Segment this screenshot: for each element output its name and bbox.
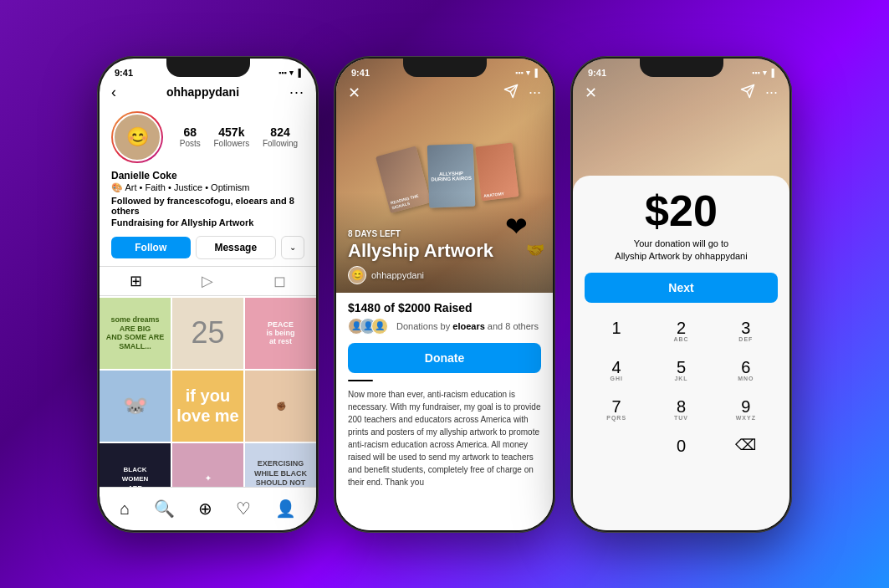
author-name: ohhappydani: [371, 270, 424, 280]
close-button-3[interactable]: ✕: [585, 84, 597, 102]
bio-followed: Followed by francescofogu, eloears and 8…: [111, 196, 304, 216]
grid-item-6[interactable]: ✊🏾: [245, 371, 316, 442]
stat-followers: 457k Followers: [213, 125, 249, 148]
activity-nav-icon[interactable]: ♡: [236, 499, 251, 519]
grid-item-2[interactable]: 25: [172, 298, 243, 369]
followers-count: 457k: [213, 125, 249, 139]
wifi-icon-3: ▾: [763, 69, 767, 77]
donor-avatars: 👤 👤 👤: [348, 318, 383, 335]
subtitle-prefix: Your donation will go to: [634, 238, 728, 248]
create-nav-icon[interactable]: ⊕: [198, 499, 212, 519]
next-button[interactable]: Next: [585, 273, 778, 303]
signal-icon-2: ▪▪▪: [515, 69, 524, 77]
dropdown-button[interactable]: ⌄: [281, 236, 304, 259]
payment-subtitle: Your donation will go to Allyship Artwor…: [585, 238, 778, 263]
following-count: 824: [263, 125, 298, 139]
profile-nav-icon[interactable]: 👤: [275, 499, 296, 519]
bio-fundraising: Fundraising for Allyship Artwork: [111, 217, 304, 228]
hero-content: 8 DAYS LEFT Allyship Artwork 😊 ohhappyda…: [348, 229, 541, 284]
wifi-icon-2: ▾: [526, 69, 530, 77]
subtitle-campaign: Allyship Artwork by ohhappydani: [615, 251, 747, 261]
numpad-key-6[interactable]: 6 MNO: [714, 350, 778, 389]
profile-bio: Danielle Coke 🎨 Art • Faith • Justice • …: [100, 170, 316, 233]
profile-header: 😊 68 Posts 457k Followers 824 Following: [100, 106, 316, 170]
photo-grid: some dreamsARE BIGAND SOME ARESMALL... 2…: [100, 298, 316, 514]
raised-amount: $1480 of $2000 Raised: [348, 301, 541, 314]
followed-prefix: Followed by: [111, 196, 167, 206]
phone-profile: 9:41 ▪▪▪ ▾ ▐ ‹ ohhappydani ··· 😊 68 Post…: [97, 56, 319, 533]
bio-desc-text: Art • Faith • Justice • Optimism: [125, 182, 249, 192]
donors-row: 👤 👤 👤 Donations by eloears and 8 others: [348, 318, 541, 335]
divider: [348, 380, 373, 381]
profile-actions: Follow Message ⌄: [100, 233, 316, 266]
numpad-key-9[interactable]: 9 WXYZ: [714, 390, 778, 428]
close-button-2[interactable]: ✕: [348, 84, 360, 102]
status-time-1: 9:41: [115, 68, 133, 78]
numpad-key-delete[interactable]: ⌫: [714, 429, 778, 468]
fundraising-prefix: Fundraising for: [111, 217, 181, 228]
wifi-icon: ▾: [289, 69, 294, 77]
bio-name: Danielle Coke: [111, 170, 304, 182]
tab-grid[interactable]: ⊞: [130, 272, 142, 290]
grid-item-1[interactable]: some dreamsARE BIGAND SOME ARESMALL...: [100, 298, 171, 369]
status-time-2: 9:41: [351, 68, 370, 78]
days-left: 8 DAYS LEFT: [348, 229, 541, 238]
numpad-key-2[interactable]: 2 ABC: [649, 311, 713, 350]
profile-nav: ‹ ohhappydani ···: [100, 82, 316, 106]
numpad: 1 2 ABC 3 DEF 4 GHI 5 JKL: [585, 311, 778, 468]
numpad-key-7[interactable]: 7 PQRS: [585, 390, 648, 428]
numpad-key-4[interactable]: 4 GHI: [585, 350, 648, 389]
posts-count: 68: [180, 125, 201, 139]
stat-following: 824 Following: [263, 125, 298, 148]
phone-fundraiser: 9:41 ▪▪▪ ▾ ▐ READING THE SIGNALS ALLYSHI…: [334, 56, 555, 533]
status-time-3: 9:41: [588, 68, 606, 78]
following-label: Following: [263, 139, 298, 148]
numpad-key-3[interactable]: 3 DEF: [714, 311, 778, 350]
home-nav-icon[interactable]: ⌂: [120, 499, 130, 519]
donor-avatar-3: 👤: [371, 318, 388, 335]
follow-button[interactable]: Follow: [111, 237, 191, 258]
back-button[interactable]: ‹: [111, 84, 116, 101]
status-icons-1: ▪▪▪ ▾ ▐: [278, 69, 301, 77]
donate-button[interactable]: Donate: [348, 343, 541, 373]
fundraising-campaign: Allyship Artwork: [181, 217, 253, 228]
battery-icon-3: ▐: [769, 69, 774, 77]
profile-avatar: 😊: [113, 113, 161, 161]
share-icon-3[interactable]: [740, 84, 755, 103]
signal-icon: ▪▪▪: [278, 69, 287, 77]
tab-tagged[interactable]: ◻: [273, 272, 286, 290]
numpad-key-empty: [585, 429, 648, 468]
phone-payment: 9:41 ▪▪▪ ▾ ▐ ✕ ··· $20 Your d: [570, 56, 792, 533]
avatar-ring: 😊: [111, 111, 163, 163]
profile-stats: 68 Posts 457k Followers 824 Following: [173, 125, 304, 148]
numpad-key-8[interactable]: 8 TUV: [649, 390, 713, 428]
stat-posts: 68 Posts: [180, 125, 201, 148]
grid-item-4[interactable]: 🐭: [100, 371, 171, 442]
numpad-key-1[interactable]: 1: [585, 311, 648, 350]
donors-text: Donations by eloears and 8 others: [396, 321, 539, 331]
tab-video[interactable]: ▷: [202, 272, 213, 290]
share-icon-2[interactable]: [503, 84, 519, 103]
more-options-button[interactable]: ···: [289, 84, 304, 101]
payment-card: $20 Your donation will go to Allyship Ar…: [573, 176, 789, 530]
author-avatar: 😊: [348, 266, 366, 284]
numpad-key-0[interactable]: 0: [649, 429, 713, 468]
status-icons-3: ▪▪▪ ▾ ▐: [752, 69, 774, 77]
more-icon-2[interactable]: ···: [529, 84, 541, 103]
message-button[interactable]: Message: [196, 236, 277, 259]
numpad-key-5[interactable]: 5 JKL: [649, 350, 713, 389]
fundraiser-body: $1480 of $2000 Raised 👤 👤 👤 Donations by…: [336, 293, 553, 530]
payment-amount: $20: [585, 189, 778, 233]
bio-emoji: 🎨: [111, 182, 123, 192]
search-nav-icon[interactable]: 🔍: [154, 499, 175, 519]
grid-item-5[interactable]: if youlove me: [172, 371, 243, 442]
followed-names: francescofogu, eloears: [167, 196, 268, 206]
campaign-title: Allyship Artwork: [348, 240, 541, 262]
fundraiser-hero: READING THE SIGNALS ALLYSHIP DURING KAIR…: [336, 59, 553, 293]
posts-label: Posts: [180, 139, 201, 148]
bottom-nav: ⌂ 🔍 ⊕ ♡ 👤: [100, 487, 316, 530]
more-icon-3[interactable]: ···: [765, 84, 778, 103]
grid-item-3[interactable]: PEACEis beingat rest: [245, 298, 316, 369]
payment-nav: ✕ ···: [573, 84, 789, 103]
followers-label: Followers: [213, 139, 249, 148]
